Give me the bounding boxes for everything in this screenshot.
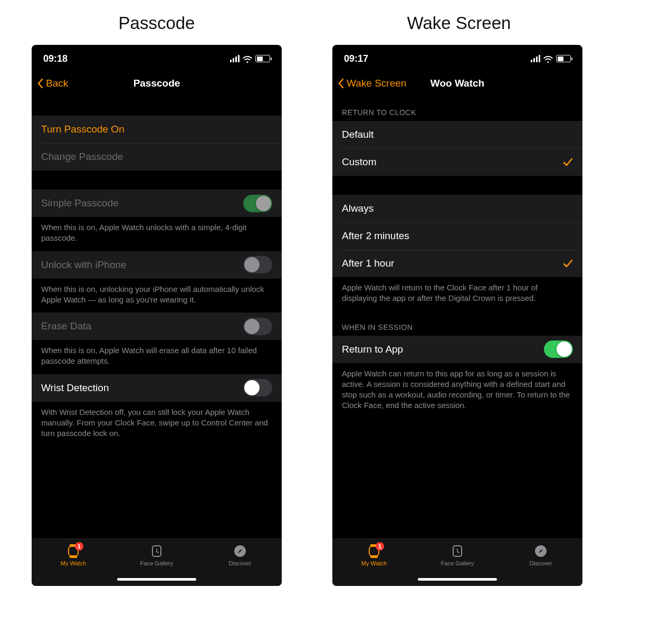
cell-label: Unlock with iPhone [41, 259, 127, 271]
tab-face-gallery[interactable]: Face Gallery [116, 543, 198, 566]
tab-face-gallery[interactable]: Face Gallery [416, 543, 499, 566]
home-indicator[interactable] [117, 578, 196, 581]
return-to-clock-header: RETURN TO CLOCK [332, 97, 582, 121]
option-after-1-hour[interactable]: After 1 hour [332, 250, 582, 277]
cell-label: Change Passcode [41, 151, 123, 163]
battery-icon [255, 55, 270, 62]
tab-bar: 1 My Watch Face Gallery Discover [32, 538, 282, 586]
timing-footer: Apple Watch will return to the Clock Fac… [332, 277, 582, 311]
erase-data-toggle[interactable] [243, 318, 272, 335]
compass-icon [533, 543, 549, 559]
status-bar: 09:18 [32, 45, 282, 70]
cell-label: After 1 hour [342, 258, 394, 269]
chevron-left-icon [37, 78, 43, 89]
when-in-session-header: WHEN IN SESSION [332, 311, 582, 336]
back-label: Back [46, 78, 68, 89]
return-to-app-cell[interactable]: Return to App [332, 336, 582, 363]
tab-discover[interactable]: Discover [500, 543, 582, 566]
compass-icon [232, 543, 248, 559]
chevron-left-icon [338, 78, 344, 89]
checkmark-icon [562, 258, 573, 269]
wifi-icon [243, 55, 252, 62]
turn-passcode-on-cell[interactable]: Turn Passcode On [32, 116, 282, 143]
option-custom[interactable]: Custom [332, 148, 582, 176]
option-default[interactable]: Default [332, 121, 582, 148]
phone-passcode: 09:18 Back Passcode Turn Passcode On [32, 45, 282, 586]
caption-passcode: Passcode [32, 13, 282, 33]
face-gallery-icon [149, 543, 165, 559]
nav-bar: Back Passcode [32, 70, 282, 97]
simple-passcode-footer: When this is on, Apple Watch unlocks wit… [32, 217, 282, 251]
cell-label: Turn Passcode On [41, 124, 125, 135]
status-time: 09:17 [344, 53, 368, 64]
change-passcode-cell[interactable]: Change Passcode [32, 143, 282, 171]
badge: 1 [75, 542, 83, 551]
cell-label: Default [342, 129, 374, 140]
badge: 1 [376, 542, 384, 551]
status-time: 09:18 [43, 53, 68, 64]
cellular-signal-icon [531, 55, 541, 62]
cell-label: Simple Passcode [41, 197, 119, 209]
nav-title: Passcode [32, 78, 282, 89]
tab-label: Face Gallery [441, 560, 474, 566]
tab-label: Discover [530, 560, 552, 566]
tab-discover[interactable]: Discover [199, 543, 281, 566]
back-label: Wake Screen [347, 78, 406, 89]
unlock-iphone-cell[interactable]: Unlock with iPhone [32, 251, 282, 279]
back-button[interactable]: Wake Screen [338, 78, 406, 89]
tab-my-watch[interactable]: 1 My Watch [32, 543, 114, 566]
face-gallery-icon [449, 543, 465, 559]
cell-label: Custom [342, 156, 376, 168]
tab-my-watch[interactable]: 1 My Watch [333, 543, 415, 566]
erase-data-footer: When this is on, Apple Watch will erase … [32, 340, 282, 374]
wifi-icon [543, 55, 553, 62]
option-always[interactable]: Always [332, 195, 582, 222]
option-after-2-minutes[interactable]: After 2 minutes [332, 222, 582, 250]
erase-data-cell[interactable]: Erase Data [32, 312, 282, 340]
caption-wake-screen: Wake Screen [332, 13, 586, 33]
wrist-detection-footer: With Wrist Detection off, you can still … [32, 402, 282, 447]
wrist-detection-toggle[interactable] [243, 379, 272, 396]
tab-bar: 1 My Watch Face Gallery Discover [332, 538, 582, 586]
unlock-iphone-toggle[interactable] [243, 256, 272, 273]
cell-label: Wrist Detection [41, 382, 109, 394]
status-bar: 09:17 [332, 45, 582, 70]
wrist-detection-cell[interactable]: Wrist Detection [32, 374, 282, 402]
home-indicator[interactable] [418, 578, 497, 581]
tab-label: My Watch [61, 560, 87, 566]
watch-icon: 1 [366, 543, 382, 559]
back-button[interactable]: Back [37, 78, 68, 89]
simple-passcode-toggle[interactable] [243, 195, 272, 212]
cell-label: After 2 minutes [342, 230, 409, 242]
cell-label: Always [342, 203, 374, 214]
simple-passcode-cell[interactable]: Simple Passcode [32, 190, 282, 217]
checkmark-icon [562, 157, 573, 167]
phone-wake-screen: 09:17 Wake Screen Woo Watch RETURN TO CL… [332, 45, 582, 586]
tab-label: My Watch [361, 560, 387, 566]
tab-label: Face Gallery [140, 560, 173, 566]
cellular-signal-icon [230, 55, 240, 62]
battery-icon [556, 55, 571, 62]
unlock-iphone-footer: When this is on, unlocking your iPhone w… [32, 279, 282, 313]
nav-bar: Wake Screen Woo Watch [332, 70, 582, 97]
session-footer: Apple Watch can return to this app for a… [332, 363, 582, 419]
watch-icon: 1 [65, 543, 81, 559]
cell-label: Return to App [342, 344, 403, 355]
tab-label: Discover [229, 560, 252, 566]
cell-label: Erase Data [41, 320, 91, 332]
return-to-app-toggle[interactable] [544, 340, 573, 358]
